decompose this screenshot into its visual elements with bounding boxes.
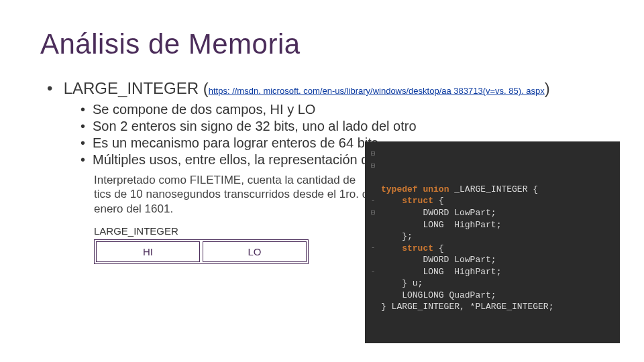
page-title: Análisis de Memoria bbox=[40, 28, 604, 60]
bullet-dot-icon: • bbox=[47, 79, 59, 98]
paren-close: ) bbox=[545, 79, 550, 97]
code-snippet: ⊟⊟ -⊟ - - typedef union _LARGE_INTEGER {… bbox=[365, 141, 620, 343]
slide: Análisis de Memoria • LARGE_INTEGER (htt… bbox=[0, 0, 644, 362]
paren-open: ( bbox=[203, 79, 209, 97]
list-item: Son 2 enteros sin signo de 32 bits, uno … bbox=[80, 119, 604, 134]
hi-lo-diagram: HI LO bbox=[94, 239, 309, 264]
msdn-link[interactable]: https: //msdn. microsoft. com/en-us/libr… bbox=[209, 86, 545, 96]
list-item: Se compone de dos campos, HI y LO bbox=[80, 102, 604, 117]
code-body: typedef union _LARGE_INTEGER { struct { … bbox=[381, 184, 613, 313]
hi-cell: HI bbox=[96, 241, 200, 262]
bullet-large-integer: • LARGE_INTEGER (https: //msdn. microsof… bbox=[47, 79, 604, 98]
filetime-paragraph: Interpretado como FILETIME, cuenta la ca… bbox=[94, 173, 376, 216]
code-gutter: ⊟⊟ -⊟ - - bbox=[368, 148, 378, 278]
lo-cell: LO bbox=[203, 241, 307, 262]
heading-label: LARGE_INTEGER bbox=[64, 79, 199, 97]
